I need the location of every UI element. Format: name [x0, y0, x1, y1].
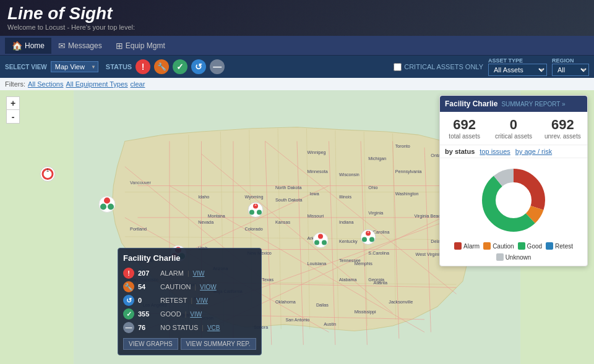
popup-alarm-count: 207: [138, 269, 157, 277]
filters-bar: Filters: All Sections All Equipment Type…: [0, 78, 594, 90]
donut-legend: Alarm Caution Good Retest: [445, 242, 582, 261]
popup-actions: VIEW GRAPHS VIEW SUMMARY REP.: [123, 338, 256, 350]
summary-tabs: by status top issues by age / risk: [440, 145, 587, 158]
map-marker-3[interactable]: 1: [246, 200, 265, 221]
all-sections-filter[interactable]: All Sections: [28, 80, 63, 88]
svg-text:Austin: Austin: [324, 321, 336, 327]
svg-point-120: [497, 184, 530, 216]
popup-caution-icon: 🔧: [123, 281, 134, 292]
asset-type-section: ASSET TYPE All Assets: [488, 57, 547, 76]
svg-point-110: [362, 237, 367, 242]
popup-nostatus-icon: —: [123, 322, 134, 333]
region-section: REGION All: [552, 57, 589, 76]
svg-text:Virginia Beach: Virginia Beach: [415, 213, 443, 219]
all-equipment-types-filter[interactable]: All Equipment Types: [66, 80, 127, 88]
view-graphs-btn[interactable]: VIEW GRAPHS: [123, 338, 178, 350]
popup-good-count: 355: [138, 310, 157, 318]
map-marker-2[interactable]: [97, 195, 117, 216]
summary-header: Facility Charlie SUMMARY REPORT »: [440, 96, 587, 112]
popup-caution-count: 54: [138, 283, 157, 290]
svg-text:1: 1: [46, 167, 50, 173]
summary-title: Facility Charlie: [445, 99, 497, 108]
view-section: SELECT VIEW Map View List View: [5, 61, 98, 72]
svg-text:Kentucky: Kentucky: [339, 239, 358, 244]
svg-text:Idaho: Idaho: [198, 194, 209, 200]
critical-assets-label: CRITICAL ASSETS ONLY: [404, 63, 483, 70]
donut-chart: [470, 163, 557, 237]
summary-stats: 692 total assets 0 critical assets 692 u…: [440, 112, 587, 145]
chart-area: Alarm Caution Good Retest: [440, 158, 587, 266]
messages-icon: ✉: [58, 41, 66, 51]
popup-nostatus-label: NO STATUS: [160, 324, 198, 331]
nav-equip-mgmt[interactable]: ⊞ Equip Mgmt: [109, 38, 172, 54]
alarm-status-btn[interactable]: !: [136, 59, 150, 74]
popup-caution-view-link[interactable]: VIOW: [200, 284, 217, 290]
popup-good-view-link[interactable]: VIW: [190, 311, 202, 318]
popup-retest-icon: ↺: [123, 295, 134, 306]
critical-assets-checkbox[interactable]: [394, 63, 402, 71]
map-container[interactable]: Vancouver Portland Sacramento San Franci…: [0, 90, 594, 364]
map-marker-1[interactable]: 1: [39, 166, 56, 185]
svg-point-104: [318, 234, 323, 239]
unknown-status-btn[interactable]: —: [210, 59, 225, 74]
popup-alarm-row: ! 207 ALARM | VIW: [123, 266, 256, 280]
svg-point-97: [100, 204, 106, 210]
svg-text:Virginia: Virginia: [368, 210, 383, 216]
critical-assets-stat: 0 critical assets: [489, 117, 538, 140]
svg-text:West Virginia: West Virginia: [416, 252, 442, 257]
svg-text:Wisconsin: Wisconsin: [339, 172, 359, 177]
caution-status-btn[interactable]: 🔧: [154, 59, 169, 74]
svg-text:Toronto: Toronto: [395, 143, 410, 149]
app-header: Line of Sight Welcome to Locust - Here's…: [0, 0, 594, 36]
caution-legend-dot: [483, 242, 491, 250]
svg-text:Oklahoma: Oklahoma: [275, 299, 296, 305]
retest-status-btn[interactable]: ↺: [191, 59, 206, 74]
select-view-label: SELECT VIEW: [5, 64, 47, 70]
svg-text:Colorado: Colorado: [245, 226, 263, 232]
svg-text:Portland: Portland: [130, 226, 147, 232]
clear-filter[interactable]: clear: [131, 80, 145, 88]
svg-text:Mississippi: Mississippi: [355, 309, 376, 315]
nav-home[interactable]: 🏠 Home: [5, 38, 51, 54]
region-select[interactable]: All: [552, 64, 589, 76]
asset-type-select[interactable]: All Assets: [488, 64, 547, 76]
svg-text:South Dakota: South Dakota: [275, 197, 303, 203]
tab-by-age-risk[interactable]: by age / risk: [515, 148, 552, 155]
svg-text:Dallas: Dallas: [316, 302, 329, 308]
svg-text:Iowa: Iowa: [310, 191, 319, 197]
total-assets-label: total assets: [440, 133, 489, 140]
map-marker-4[interactable]: [311, 231, 330, 251]
svg-text:Louisiana: Louisiana: [307, 261, 326, 266]
legend-unknown: Unknown: [496, 253, 532, 261]
popup-retest-view-link[interactable]: VIW: [196, 297, 208, 304]
legend-caution: Caution: [483, 242, 514, 250]
retest-legend-label: Retest: [555, 243, 573, 250]
zoom-out-btn[interactable]: -: [6, 110, 20, 124]
view-summary-btn[interactable]: VIEW SUMMARY REP.: [181, 338, 256, 350]
popup-nostatus-view-link[interactable]: VCB: [207, 324, 220, 331]
nav-messages[interactable]: ✉ Messages: [51, 38, 109, 54]
nav-messages-label: Messages: [68, 41, 102, 50]
tab-by-status[interactable]: by status: [445, 148, 475, 155]
toolbar-right: CRITICAL ASSETS ONLY ASSET TYPE All Asse…: [394, 57, 589, 76]
view-select[interactable]: Map View List View: [51, 61, 98, 72]
zoom-in-btn[interactable]: +: [6, 96, 20, 110]
svg-text:Ohio: Ohio: [368, 185, 377, 190]
svg-text:Montana: Montana: [208, 213, 225, 219]
alarm-legend-label: Alarm: [463, 243, 480, 250]
svg-point-95: [104, 198, 110, 204]
map-marker-5[interactable]: 1: [359, 228, 377, 248]
nav-home-label: Home: [25, 41, 45, 50]
unrev-assets-stat: 692 unrev. assets: [538, 117, 587, 140]
svg-text:Vancouver: Vancouver: [130, 180, 152, 185]
summary-report-link[interactable]: SUMMARY REPORT »: [501, 101, 565, 108]
svg-text:Minnesota: Minnesota: [307, 169, 327, 174]
good-status-btn[interactable]: ✓: [173, 59, 187, 74]
popup-alarm-view-link[interactable]: VIW: [193, 270, 205, 277]
svg-text:North Dakota: North Dakota: [275, 185, 301, 190]
tab-top-issues[interactable]: top issues: [480, 148, 510, 155]
svg-text:Missouri: Missouri: [307, 213, 324, 219]
popup-good-label: GOOD: [160, 310, 181, 318]
critical-assets-label: critical assets: [489, 133, 538, 140]
svg-point-96: [108, 204, 114, 210]
